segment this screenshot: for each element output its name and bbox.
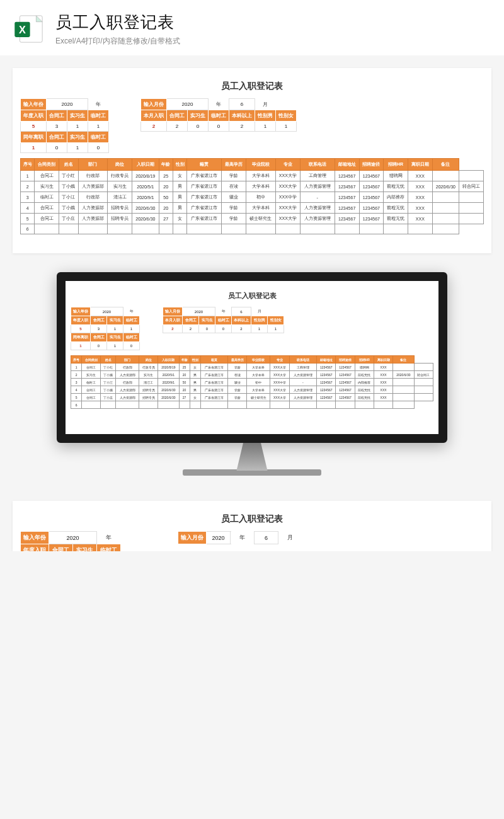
table-cell: 行政专员: [108, 171, 132, 181]
m-v2: 2: [167, 122, 188, 132]
table-cell: 丁小庄: [59, 214, 79, 224]
table-cell: XXX: [374, 379, 392, 386]
table-cell: 1234567: [359, 192, 384, 203]
cell: 月: [251, 307, 268, 316]
table-cell: 1234567: [317, 394, 336, 401]
table-cell: [459, 203, 484, 214]
table-cell: 男: [173, 192, 186, 203]
table-cell: [159, 224, 173, 234]
table-cell: 人力资源部: [78, 203, 108, 214]
table-cell: 男: [173, 203, 186, 214]
table-cell: 丁小娥: [101, 386, 116, 394]
table-cell: 1234567: [317, 379, 336, 386]
table-cell: 2020/6/30: [158, 386, 179, 394]
table-cell: 工商管理: [300, 171, 335, 181]
cell: 同年离职: [71, 333, 91, 342]
table-cell: 辍业: [222, 192, 246, 203]
year2-v3: 1: [67, 143, 88, 153]
table-cell: 丁小红: [59, 171, 79, 181]
table-cell: 1234567: [317, 364, 336, 371]
cell: 合同工: [91, 316, 107, 325]
table-cell: [317, 401, 336, 409]
table-cell: [200, 401, 227, 409]
cell: 临时工: [97, 544, 121, 552]
table-cell: 广东省湛江市: [200, 364, 227, 371]
table-cell: [270, 401, 289, 409]
table-cell: 初中: [246, 192, 276, 203]
table-cell: 前程无忧: [355, 386, 374, 394]
column-header: 最高学历: [228, 356, 247, 364]
table-cell: XXX中学: [270, 379, 289, 386]
table-row: 4合同工丁小娥人力资源部招聘专员2020/6/3020男广东省湛江市学龄大学本科…: [21, 203, 484, 214]
table-cell: 2: [71, 371, 82, 379]
cell: 性别男: [251, 316, 268, 325]
template-preview-card: 员工入职登记表 输入年份 2020 年 年度入职 合同工 实习生 临时工 5 3: [13, 68, 491, 253]
cell: 本科以上: [232, 316, 251, 325]
table-cell: [116, 401, 139, 409]
page-subtitle: Excel/A4打印/内容随意修改/自带格式: [55, 36, 491, 47]
input-month-label: 输入月份: [141, 99, 167, 110]
table-cell: 广东省湛江市: [187, 181, 222, 192]
cell: 输入月份: [163, 307, 183, 316]
cell: 年度入职: [71, 316, 91, 325]
cell: 实习生: [73, 544, 97, 552]
table-row: 6: [71, 401, 433, 409]
table-cell: 4: [71, 386, 82, 394]
table-cell: 辍业: [228, 379, 247, 386]
table-cell: 2: [21, 181, 35, 192]
table-cell: 丁小红: [101, 364, 116, 371]
table-cell: 丁小庄: [101, 394, 116, 401]
table-cell: XXX: [408, 181, 432, 192]
cell: 0: [199, 325, 215, 333]
m-v4: 0: [209, 122, 229, 132]
table-cell: 前程无忧: [355, 371, 374, 379]
table-cell: XXX大学: [275, 203, 300, 214]
table-cell: XXX大学: [270, 394, 289, 401]
table-row: 1合同工丁小红行政部行政专员2020/8/1925女广东省湛江市学龄大学本科XX…: [21, 171, 484, 181]
year2-h1: 同年离职: [21, 132, 47, 143]
table-cell: 大学本科: [246, 203, 276, 214]
column-header: 序号: [71, 356, 82, 364]
table-cell: [432, 171, 459, 181]
cell: 实习生: [199, 316, 215, 325]
svg-text:X: X: [19, 24, 26, 35]
table-cell: XXX: [374, 386, 392, 394]
cell: 性别女: [268, 316, 284, 325]
year2-h4: 临时工: [88, 132, 109, 143]
input-year-label: 输入年份: [21, 99, 47, 110]
table-cell: 25: [159, 171, 173, 181]
table-cell: 临时工: [35, 192, 59, 203]
table-cell: [108, 224, 132, 234]
column-header: 招聘途径: [336, 356, 355, 364]
table-cell: 1234567: [335, 214, 359, 224]
table-cell: 临时工: [82, 379, 101, 386]
cell: 2: [232, 325, 251, 333]
table-cell: 实习生: [108, 181, 132, 192]
year2-v4: 0: [88, 143, 109, 153]
table-cell: [384, 224, 408, 234]
table-cell: [247, 401, 270, 409]
table-cell: [35, 224, 59, 234]
table-cell: [82, 401, 101, 409]
year-h1: 年度入职: [21, 110, 47, 122]
cell: 月: [278, 532, 302, 544]
cell: 实习生: [107, 316, 123, 325]
page-title: 员工入职登记表: [55, 11, 491, 33]
table-header-row: 序号合同类别姓名部门岗位入职日期年龄性别籍贯最高学历毕业院校专业联系电话邮箱地址…: [71, 356, 433, 364]
table-cell: [228, 401, 247, 409]
table-cell: 人力资源管理: [300, 203, 335, 214]
year-h2: 合同工: [47, 110, 67, 122]
table-cell: [393, 364, 414, 371]
table-cell: 20: [179, 386, 190, 394]
table-cell: 学龄: [228, 386, 247, 394]
year-v2: 3: [47, 122, 67, 132]
column-header: 岗位: [108, 159, 132, 171]
table-cell: [335, 224, 359, 234]
year-h3: 实习生: [67, 110, 88, 122]
summary-row-2: 输入年份 2020 年 年度入职合同工实习生临时工 5311 同年离职合同工实习…: [71, 307, 433, 350]
cell: 年: [97, 532, 121, 544]
cell: 0: [215, 325, 232, 333]
table-cell: 3: [71, 379, 82, 386]
cell: 1: [251, 325, 268, 333]
table-row: 3临时工丁小江行政部清洁工2020/9/150男广东省湛江市辍业初中XXX中学-…: [21, 192, 484, 203]
